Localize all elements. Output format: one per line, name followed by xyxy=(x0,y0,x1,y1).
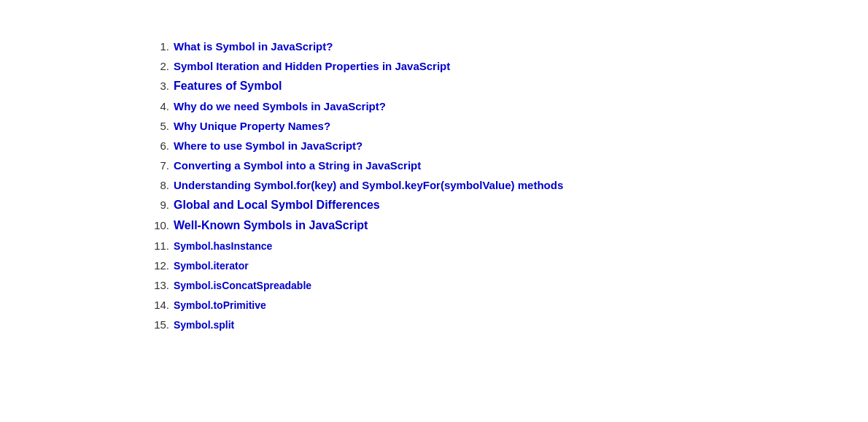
list-item: Why Unique Property Names? xyxy=(146,120,868,132)
nav-link-1[interactable]: What is Symbol in JavaScript? xyxy=(174,40,333,53)
nav-link-8[interactable]: Understanding Symbol.for(key) and Symbol… xyxy=(174,179,563,191)
nav-link-13[interactable]: Symbol.isConcatSpreadable xyxy=(174,280,311,291)
list-item: Where to use Symbol in JavaScript? xyxy=(146,139,868,152)
nav-link-4[interactable]: Why do we need Symbols in JavaScript? xyxy=(174,100,386,112)
nav-link-6[interactable]: Where to use Symbol in JavaScript? xyxy=(174,139,363,152)
list-item: Global and Local Symbol Differences xyxy=(146,199,868,212)
list-item: Features of Symbol xyxy=(146,80,868,93)
nav-link-11[interactable]: Symbol.hasInstance xyxy=(174,240,272,252)
list-item: Understanding Symbol.for(key) and Symbol… xyxy=(146,179,868,191)
list-item: Symbol.iterator xyxy=(146,259,868,272)
list-item: Symbol.isConcatSpreadable xyxy=(146,279,868,291)
nav-link-5[interactable]: Why Unique Property Names? xyxy=(174,120,330,132)
nav-link-10[interactable]: Well-Known Symbols in JavaScript xyxy=(174,219,368,232)
nav-link-14[interactable]: Symbol.toPrimitive xyxy=(174,299,266,311)
nav-link-7[interactable]: Converting a Symbol into a String in Jav… xyxy=(174,159,421,172)
list-item: Converting a Symbol into a String in Jav… xyxy=(146,159,868,172)
navigation-list: What is Symbol in JavaScript?Symbol Iter… xyxy=(146,40,868,331)
list-item: Well-Known Symbols in JavaScript xyxy=(146,219,868,232)
list-item: Why do we need Symbols in JavaScript? xyxy=(146,100,868,112)
nav-link-2[interactable]: Symbol Iteration and Hidden Properties i… xyxy=(174,60,450,72)
list-item: Symbol.split xyxy=(146,318,868,331)
nav-link-12[interactable]: Symbol.iterator xyxy=(174,260,249,272)
nav-link-3[interactable]: Features of Symbol xyxy=(174,80,282,93)
nav-link-9[interactable]: Global and Local Symbol Differences xyxy=(174,199,380,212)
list-item: Symbol Iteration and Hidden Properties i… xyxy=(146,60,868,72)
list-item: What is Symbol in JavaScript? xyxy=(146,40,868,53)
list-item: Symbol.hasInstance xyxy=(146,239,868,252)
list-item: Symbol.toPrimitive xyxy=(146,299,868,311)
main-content: What is Symbol in JavaScript?Symbol Iter… xyxy=(0,0,868,367)
nav-link-15[interactable]: Symbol.split xyxy=(174,319,234,331)
